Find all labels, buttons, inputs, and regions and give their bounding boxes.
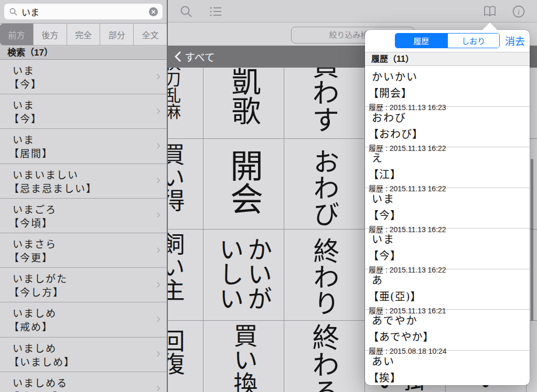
history-reading: あ	[372, 272, 530, 287]
grid-entry[interactable]: おわび	[309, 148, 339, 227]
result-reading: いまごろ	[13, 202, 57, 216]
result-kanji: 【戒める】	[9, 389, 64, 392]
result-kanji: 【今頃】	[9, 215, 53, 230]
back-button[interactable]: すべて	[175, 46, 215, 68]
svg-text:i: i	[518, 8, 520, 16]
chevron-right-icon: ›	[156, 380, 160, 392]
history-reading: かいかい	[372, 69, 530, 84]
history-item[interactable]: いま【今】履歴 : 2015.11.13 16:22	[365, 228, 530, 269]
search-icon[interactable]	[179, 5, 193, 18]
result-kanji: 【戒め】	[9, 319, 53, 333]
sidebar-toolbar: いま	[0, 0, 167, 23]
history-list: かいかい【開会】履歴 : 2015.11.13 16:23おわび【おわび】履歴 …	[365, 66, 530, 385]
history-kanji: 【あでやか】	[368, 329, 530, 344]
clear-icon[interactable]	[149, 7, 158, 16]
scroll-indicator[interactable]	[531, 159, 533, 321]
search-icon	[9, 8, 17, 16]
search-result-item[interactable]: いま【居間】›	[0, 129, 167, 164]
history-reading: いま	[372, 191, 530, 206]
info-icon[interactable]: i	[512, 5, 525, 18]
search-result-item[interactable]: いましめ【戒め】›	[0, 302, 167, 337]
segment-option[interactable]: 部分	[100, 24, 134, 45]
segment-option[interactable]: 全文	[134, 24, 167, 45]
back-button-label: すべて	[185, 49, 215, 64]
history-popover: 履歴しおり 消去 履歴（11） かいかい【開会】履歴 : 2015.11.13 …	[365, 30, 530, 385]
search-result-item[interactable]: いまいましい【忌ま忌ましい】›	[0, 164, 167, 199]
chevron-right-icon: ›	[156, 277, 160, 291]
grid-entry[interactable]: 終わり	[309, 237, 339, 316]
result-kanji: 【今】	[9, 111, 42, 125]
chevron-right-icon: ›	[156, 346, 160, 361]
history-reading: あでやか	[372, 312, 530, 328]
history-kanji: 【今】	[368, 207, 530, 222]
result-reading: いま	[13, 63, 35, 77]
bookmarks-history-icon[interactable]	[483, 5, 497, 18]
history-reading: いま	[372, 231, 530, 246]
history-kanji: 【今】	[368, 247, 530, 263]
search-result-item[interactable]: いましがた【今し方】›	[0, 268, 167, 302]
grid-entry[interactable]: 終わる	[308, 323, 339, 392]
chevron-right-icon: ›	[156, 172, 160, 187]
chevron-right-icon: ›	[156, 138, 160, 153]
grid-line	[284, 68, 284, 392]
chevron-right-icon: ›	[156, 103, 160, 118]
back-chevron-icon	[175, 51, 181, 62]
result-kanji: 【居間】	[9, 146, 53, 160]
history-item[interactable]: え【江】履歴 : 2015.11.13 16:22	[365, 147, 530, 188]
history-item[interactable]: おわび【おわび】履歴 : 2015.11.13 16:22	[365, 107, 530, 148]
search-sidebar: いま 前方後方完全部分全文 検索（17） いま【今】›いま【今】›いま【居間】›…	[0, 0, 168, 392]
history-kanji: 【亜(亞)】	[368, 288, 530, 303]
app-screen: 快刀乱麻凱歌負わす買い得開会おわび飼い主かいがいしい終わり回復買い換え終わる掛い…	[0, 0, 537, 392]
history-reading: え	[372, 150, 530, 165]
grid-line	[203, 68, 203, 392]
result-reading: いまさら	[13, 236, 57, 251]
grid-entry[interactable]: 開会	[224, 149, 262, 215]
grid-entry[interactable]: 買い換え	[230, 323, 257, 392]
history-reading: おわび	[372, 110, 530, 125]
history-item[interactable]: あでやか【あでやか】履歴 : 2015.08.18 10:24	[365, 310, 530, 351]
segment-option[interactable]: 完全	[67, 24, 101, 45]
popover-tab-しおり[interactable]: しおり	[448, 34, 500, 48]
history-item[interactable]: あい【挨】履歴 : 2015.08.18 10:24	[365, 351, 530, 386]
search-result-item[interactable]: いましめ【いましめ】›	[0, 337, 167, 372]
history-section-header: 履歴（11）	[365, 52, 530, 66]
result-reading: いまいましい	[13, 167, 79, 181]
popover-toolbar: 履歴しおり 消去	[365, 30, 530, 52]
history-reading: あい	[372, 353, 530, 368]
search-mode-segmented-control: 前方後方完全部分全文	[0, 23, 167, 46]
chevron-right-icon: ›	[156, 69, 160, 83]
chevron-right-icon: ›	[156, 311, 160, 326]
list-icon[interactable]	[209, 5, 222, 18]
result-kanji: 【今更】	[9, 250, 53, 264]
segment-option[interactable]: 後方	[34, 24, 67, 45]
search-result-item[interactable]: いま【今】›	[0, 60, 167, 94]
results-list: いま【今】›いま【今】›いま【居間】›いまいましい【忌ま忌ましい】›いまごろ【今…	[0, 60, 167, 392]
result-kanji: 【いましめ】	[9, 354, 75, 368]
result-kanji: 【今し方】	[9, 285, 64, 299]
history-kanji: 【おわび】	[368, 126, 530, 141]
history-bookmark-tabs: 履歴しおり	[395, 33, 500, 48]
history-item[interactable]: かいかい【開会】履歴 : 2015.11.13 16:23	[365, 66, 530, 107]
clear-history-button[interactable]: 消去	[505, 34, 525, 48]
grid-entry[interactable]: 凱歌	[227, 67, 260, 125]
popover-tab-履歴[interactable]: 履歴	[395, 34, 448, 48]
results-header: 検索（17）	[0, 46, 167, 60]
search-result-item[interactable]: いましめる【戒める】›	[0, 372, 167, 392]
result-kanji: 【忌ま忌ましい】	[9, 181, 97, 195]
popover-arrow	[482, 23, 497, 30]
segment-option[interactable]: 前方	[0, 24, 34, 45]
result-reading: いましめる	[13, 375, 68, 389]
search-result-item[interactable]: いまごろ【今頃】›	[0, 199, 167, 233]
history-item[interactable]: いま【今】履歴 : 2015.11.13 16:22	[365, 188, 530, 229]
grid-entry[interactable]: かいがいしい	[215, 237, 272, 311]
chevron-right-icon: ›	[156, 242, 160, 257]
search-result-item[interactable]: いま【今】›	[0, 94, 167, 129]
result-reading: いま	[13, 97, 35, 112]
result-reading: いましがた	[13, 271, 68, 285]
history-kanji: 【江】	[368, 166, 530, 181]
history-item[interactable]: あ【亜(亞)】履歴 : 2015.11.13 16:21	[365, 269, 530, 310]
search-input[interactable]: いま	[4, 4, 163, 19]
search-result-item[interactable]: いまさら【今更】›	[0, 233, 167, 268]
result-kanji: 【今】	[9, 77, 42, 91]
result-reading: いましめ	[13, 341, 57, 355]
